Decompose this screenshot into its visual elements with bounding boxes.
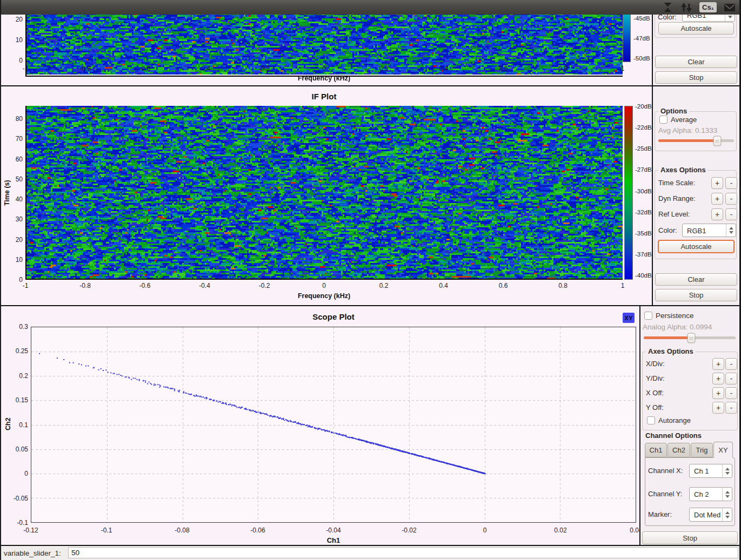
y-div-minus-button[interactable]: - [725,373,737,384]
tick-label: 0.05 [16,446,28,453]
tick-label: 80 [16,115,23,123]
tick-label: 70 [16,135,23,143]
tick-label: 1 [621,282,625,289]
clear-button[interactable]: Clear [655,56,737,68]
mail-icon[interactable] [724,3,736,12]
tick-label: 0.6 [499,282,508,289]
tick-label: -47dB [633,35,650,42]
persistence-checkbox[interactable] [644,312,652,320]
if-x-axis-ticks: -1-0.8-0.6-0.4-0.200.20.40.60.81 [25,282,623,289]
updown-arrows-icon[interactable] [680,2,692,13]
scope-section: Scope Plot XY Ch2 0.30.250.20.150.10.050… [1,305,739,546]
color-label: Color: [658,226,677,234]
axes-group-title: Axes Options [658,166,708,174]
y-off-minus-button[interactable]: - [725,402,737,414]
dyn-range-plus-button[interactable]: + [711,193,723,205]
x-div-minus-button[interactable]: - [725,358,737,370]
tab-trig[interactable]: Trig [691,443,713,457]
autorange-checkbox[interactable] [647,416,655,424]
marker-select[interactable]: Dot Med [689,508,732,522]
tick-label: -0.1 [101,527,112,534]
tick-label: -27dB [635,166,652,173]
slider-fill [658,139,717,142]
tick-label: 0 [19,57,23,64]
marker-label: Marker: [648,510,672,518]
variable-slider-input[interactable] [68,547,738,558]
tick-label: 0.2 [19,372,28,380]
spinner-arrows-icon[interactable] [725,15,735,21]
channel-y-select[interactable]: Ch 2 [689,487,732,501]
x-off-plus-button[interactable]: + [712,387,724,399]
tab-ch1[interactable]: Ch1 [645,443,667,457]
compress-icon[interactable] [662,2,673,12]
tick-label: 50 [16,176,23,183]
spinner-arrows-icon[interactable] [726,224,736,237]
spinner-arrows-icon[interactable] [722,464,732,477]
tick-label: 0 [483,527,487,534]
tab-ch2[interactable]: Ch2 [667,443,690,457]
spinner-arrows-icon[interactable] [722,508,732,521]
tick-label: 30 [16,215,23,223]
average-label: Average [671,116,697,124]
persistence-label: Persistence [656,312,694,320]
tick-label: 0.8 [558,65,568,72]
tick-label: 0.2 [379,65,389,72]
tick-label: 60 [16,156,23,163]
x-div-plus-button[interactable]: + [712,358,724,370]
average-checkbox[interactable] [659,116,667,124]
tick-label: 0 [24,470,28,477]
tick-label: -50dB [633,55,650,62]
x-div-label: X/Div: [646,360,665,368]
x-off-minus-button[interactable]: - [725,387,737,399]
indicator-icons: Cs₁ [662,0,736,15]
tick-label: -0.4 [199,282,210,289]
slider-handle[interactable] [687,333,696,343]
scope-control-panel: Persistence Analog Alpha: 0.0994 Axes Op… [640,306,739,546]
tick-label: -0.2 [259,65,270,72]
top-x-axis-label: Frequency (kHz) [25,75,623,82]
channel-x-label: Channel X: [648,467,683,475]
clear-button[interactable]: Clear [655,273,737,286]
tick-label: -20dB [635,103,652,110]
statusbar: variable_slider_1: [1,545,739,560]
autorange-label: Autorange [658,416,691,424]
if-waterfall-canvas[interactable] [26,106,623,279]
tick-label: -0.6 [139,282,151,289]
tick-label: -0.04 [326,527,341,534]
tick-label: -0.6 [139,65,151,72]
analog-alpha-slider[interactable] [644,336,736,339]
stop-button[interactable]: Stop [642,531,738,544]
tick-label: 0.4 [439,282,448,289]
avg-alpha-slider[interactable] [658,139,734,142]
tick-label: -30dB [635,188,652,194]
tab-xy[interactable]: XY [713,442,733,458]
if-x-axis-label: Frequency (kHz) [25,292,623,300]
tick-label: -22dB [635,124,652,131]
channel-options-title: Channel Options [643,431,704,440]
autoscale-button[interactable]: Autoscale [658,22,734,35]
scope-canvas[interactable] [31,327,636,523]
ref-level-plus-button[interactable]: + [711,208,723,220]
channel-x-select[interactable]: Ch 1 [689,464,732,478]
color-select[interactable]: RGB1 [682,224,736,237]
slider-handle[interactable] [713,136,722,146]
stop-button[interactable]: Stop [655,289,737,301]
keyboard-indicator[interactable]: Cs₁ [699,2,717,12]
autoscale-button[interactable]: Autoscale [658,240,735,253]
time-scale-plus-button[interactable]: + [711,177,723,189]
dyn-range-minus-button[interactable]: - [725,193,737,205]
tick-label: -0.2 [259,282,270,289]
variable-slider-label: variable_slider_1: [4,549,61,557]
y-off-plus-button[interactable]: + [712,402,724,414]
top-colorbar-ticks: -45dB-47dB-50dB [633,18,653,58]
time-scale-label: Time Scale: [658,179,695,187]
channel-x-value: Ch 1 [694,467,721,475]
spinner-arrows-icon[interactable] [722,488,732,501]
stop-button[interactable]: Stop [655,71,737,84]
time-scale-minus-button[interactable]: - [725,177,737,189]
ref-level-minus-button[interactable]: - [725,208,737,220]
tick-label: -45dB [633,15,650,22]
y-div-plus-button[interactable]: + [712,373,724,384]
color-select[interactable]: RGB1 [682,15,735,22]
tick-label: -40dB [635,272,652,279]
